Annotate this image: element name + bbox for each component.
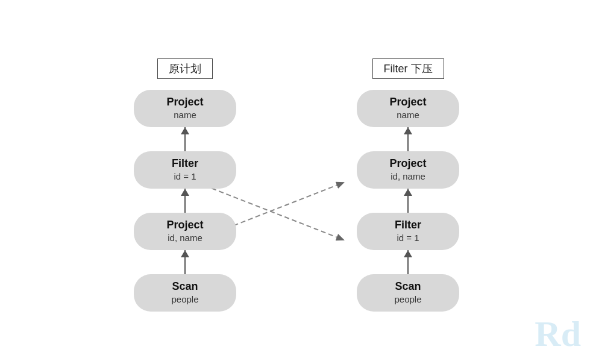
right-node-2-sub: id, name <box>368 171 448 181</box>
right-node-4: Scan people <box>357 274 459 312</box>
right-node-1-title: Project <box>368 96 448 108</box>
right-node-2-title: Project <box>368 157 448 170</box>
right-node-1-sub: name <box>368 110 448 120</box>
left-node-4-title: Scan <box>145 280 225 293</box>
right-column: Filter 下压 Project name Project id, name <box>357 58 459 312</box>
left-node-1: Project name <box>134 90 236 127</box>
left-node-4: Scan people <box>134 274 236 312</box>
right-arrow-1 <box>407 127 409 151</box>
right-node-3-title: Filter <box>368 219 448 231</box>
left-arrow-1 <box>184 127 186 151</box>
left-column: 原计划 Project name Filter id = 1 Projec <box>134 58 236 312</box>
watermark: Rd <box>535 316 581 352</box>
left-node-4-sub: people <box>145 294 225 304</box>
left-column-title: 原计划 <box>157 58 213 79</box>
left-node-1-sub: name <box>145 110 225 120</box>
left-node-1-title: Project <box>145 96 225 108</box>
right-node-4-sub: people <box>368 294 448 304</box>
right-column-title: Filter 下压 <box>372 58 444 79</box>
left-node-3: Project id, name <box>134 213 236 250</box>
right-node-3-sub: id = 1 <box>368 233 448 243</box>
right-arrow-2 <box>407 189 409 213</box>
left-arrow-2 <box>184 189 186 213</box>
left-node-2-sub: id = 1 <box>145 171 225 181</box>
left-node-2-title: Filter <box>145 157 225 170</box>
left-node-2: Filter id = 1 <box>134 151 236 189</box>
right-arrow-3 <box>407 250 409 274</box>
right-node-2: Project id, name <box>357 151 459 189</box>
left-arrow-3 <box>184 250 186 274</box>
right-node-1: Project name <box>357 90 459 127</box>
left-node-3-title: Project <box>145 219 225 231</box>
right-node-4-title: Scan <box>368 280 448 293</box>
left-node-3-sub: id, name <box>145 233 225 243</box>
diagram-container: 原计划 Project name Filter id = 1 Projec <box>0 0 593 364</box>
right-node-3: Filter id = 1 <box>357 213 459 250</box>
